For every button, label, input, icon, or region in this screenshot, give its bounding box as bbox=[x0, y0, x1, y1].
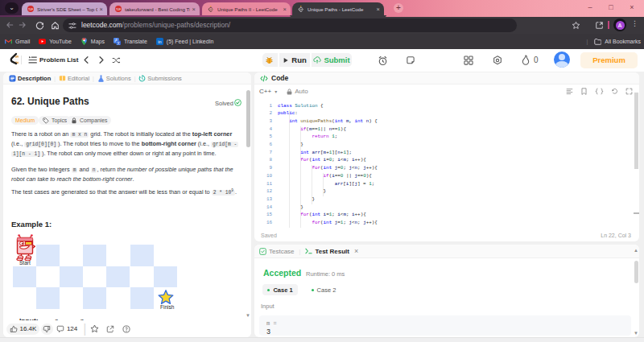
svg-text:文: 文 bbox=[117, 41, 120, 45]
svg-text:TUF: TUF bbox=[116, 8, 121, 11]
svg-text:TUF: TUF bbox=[28, 8, 33, 11]
svg-text:in: in bbox=[158, 39, 161, 44]
